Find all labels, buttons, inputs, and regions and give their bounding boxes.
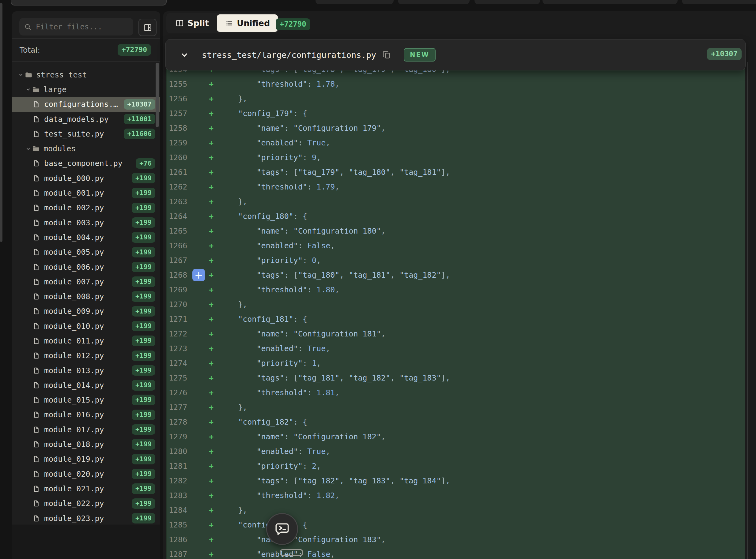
diff-row[interactable]: 1274+ "priority": 1,	[167, 356, 745, 371]
filter-files-box[interactable]	[19, 18, 133, 36]
unified-view-button[interactable]: Unified	[217, 15, 278, 32]
diff-row[interactable]: 1275+ "tags": ["tag_181", "tag_182", "ta…	[167, 371, 745, 385]
tree-item-stress_test[interactable]: stress_test	[12, 67, 160, 82]
tree-item-test_suite-py[interactable]: test_suite.py+11606	[12, 127, 160, 141]
tree-item-module_002-py[interactable]: module_002.py+199	[12, 201, 160, 215]
diff-row[interactable]: 1283+ "threshold": 1.82,	[167, 488, 745, 503]
diff-row[interactable]: 1264+ "config_180": {	[167, 209, 745, 223]
chevron-down-icon[interactable]	[18, 72, 24, 78]
chevron-down-icon[interactable]	[25, 146, 32, 152]
diff-row[interactable]: 1262+ "threshold": 1.79,	[167, 179, 745, 194]
tree-item-module_020-py[interactable]: module_020.py+199	[12, 467, 160, 481]
file-icon	[33, 455, 41, 463]
tree-scrollbar[interactable]	[156, 63, 159, 127]
file-icon	[33, 352, 41, 359]
diff-row[interactable]: 1281+ "priority": 2,	[167, 459, 745, 473]
diff-row[interactable]: 1267+ "priority": 0,	[167, 253, 745, 268]
tree-item-module_018-py[interactable]: module_018.py+199	[12, 437, 160, 451]
diff-row[interactable]: 1261+ "tags": ["tag_179", "tag_180", "ta…	[167, 165, 745, 179]
diff-row[interactable]: 1255+ "threshold": 1.78,	[167, 76, 745, 91]
tree-item-module_005-py[interactable]: module_005.py+199	[12, 245, 160, 260]
file-header-card[interactable]: stress_test/large/configurations.py NEW …	[166, 39, 746, 70]
diff-row[interactable]: 1279+ "name": "Configuration 182",	[167, 429, 745, 444]
diff-row[interactable]: 1270+ },	[167, 297, 745, 312]
diff-row[interactable]: 1269+ "threshold": 1.80,	[167, 282, 745, 297]
addition-marker: +	[209, 359, 214, 368]
diff-row[interactable]: 1263+ },	[167, 194, 745, 209]
diff-row[interactable]: 1277+ },	[167, 400, 745, 415]
tree-item-module_011-py[interactable]: module_011.py+199	[12, 333, 160, 348]
tree-item-module_008-py[interactable]: module_008.py+199	[12, 289, 160, 304]
tree-item-data_models-py[interactable]: data_models.py+11001	[12, 112, 160, 127]
tree-item-module_021-py[interactable]: module_021.py+199	[12, 481, 160, 496]
tree-item-module_013-py[interactable]: module_013.py+199	[12, 363, 160, 378]
code-text: "tags": ["tag_180", "tag_181", "tag_182"…	[220, 271, 450, 280]
diff-row[interactable]: 1286+ "name": "Configuration 183",	[167, 532, 745, 547]
tree-item-module_003-py[interactable]: module_003.py+199	[12, 215, 160, 230]
tree-item-module_007-py[interactable]: module_007.py+199	[12, 274, 160, 289]
tree-item-module_006-py[interactable]: module_006.py+199	[12, 260, 160, 274]
top-toolbar-button[interactable]	[11, 0, 167, 5]
tree-item-label: module_000.py	[44, 174, 104, 183]
view-mode-toggle: Split Unified	[166, 13, 279, 33]
tree-item-module_023-py[interactable]: module_023.py+199	[12, 511, 160, 526]
diff-row[interactable]: 1265+ "name": "Configuration 180",	[167, 223, 745, 238]
tree-item-large[interactable]: large	[12, 82, 160, 97]
split-view-button[interactable]: Split	[168, 15, 217, 32]
diff-row[interactable]: 1259+ "enabled": True,	[167, 135, 745, 150]
tree-item-module_015-py[interactable]: module_015.py+199	[12, 393, 160, 407]
tree-item-label: base_component.py	[44, 159, 123, 168]
diff-row[interactable]: 1257+ "config_179": {	[167, 106, 745, 120]
diff-row[interactable]: 1268+ "tags": ["tag_180", "tag_181", "ta…	[167, 268, 745, 282]
tree-item-module_019-py[interactable]: module_019.py+199	[12, 452, 160, 467]
diff-scrollbar[interactable]	[747, 62, 748, 559]
diff-row[interactable]: 1287+ "enabled": False,	[167, 547, 745, 559]
additions-badge: +11001	[124, 114, 155, 124]
top-toolbar-button[interactable]	[316, 0, 394, 4]
diff-row[interactable]: 1276+ "threshold": 1.81,	[167, 385, 745, 400]
diff-row[interactable]: 1282+ "tags": ["tag_182", "tag_183", "ta…	[167, 473, 745, 488]
tree-item-module_014-py[interactable]: module_014.py+199	[12, 378, 160, 393]
chevron-down-icon[interactable]	[180, 50, 189, 60]
file-icon	[33, 189, 41, 197]
tree-item-module_000-py[interactable]: module_000.py+199	[12, 171, 160, 185]
top-toolbar-button[interactable]	[398, 0, 470, 4]
diff-panel: Split Unified +72790 stress_test/large/c…	[163, 11, 756, 559]
tree-item-base_component-py[interactable]: base_component.py+76	[12, 156, 160, 171]
diff-row[interactable]: 1266+ "enabled": False,	[167, 238, 745, 253]
tree-item-label: module_018.py	[44, 440, 104, 449]
tree-item-module_009-py[interactable]: module_009.py+199	[12, 304, 160, 319]
collapse-sidebar-button[interactable]	[138, 19, 156, 36]
diff-row[interactable]: 1285+ "config_183": {	[167, 517, 745, 532]
diff-row[interactable]: 1284+ },	[167, 503, 745, 517]
chevron-down-icon[interactable]	[25, 86, 32, 92]
tree-item-module_010-py[interactable]: module_010.py+199	[12, 319, 160, 333]
top-toolbar-button[interactable]	[682, 0, 756, 4]
diff-row[interactable]: 1256+ },	[167, 91, 745, 106]
tree-item-label: module_005.py	[44, 248, 104, 256]
tree-item-module_012-py[interactable]: module_012.py+199	[12, 349, 160, 363]
tree-item-module_017-py[interactable]: module_017.py+199	[12, 422, 160, 437]
diff-row[interactable]: 1273+ "enabled": True,	[167, 341, 745, 356]
diff-row[interactable]: 1260+ "priority": 9,	[167, 150, 745, 165]
top-toolbar-button[interactable]	[475, 0, 540, 4]
file-icon	[33, 381, 41, 389]
tree-item-modules[interactable]: modules	[12, 141, 160, 156]
tree-item-configurations-[interactable]: configurations.…+10307	[12, 97, 160, 112]
tree-item-module_016-py[interactable]: module_016.py+199	[12, 407, 160, 422]
comment-terminal-fab[interactable]	[266, 513, 298, 545]
page-scrollbar[interactable]	[0, 3, 2, 242]
diff-row[interactable]: 1280+ "enabled": True,	[167, 444, 745, 459]
top-toolbar-button[interactable]	[542, 0, 677, 4]
diff-row[interactable]: 1258+ "name": "Configuration 179",	[167, 120, 745, 135]
copy-path-button[interactable]	[382, 50, 391, 60]
tree-item-module_004-py[interactable]: module_004.py+199	[12, 230, 160, 245]
tree-item-module_022-py[interactable]: module_022.py+199	[12, 496, 160, 511]
add-comment-button[interactable]: +	[192, 269, 205, 281]
filter-files-input[interactable]	[35, 22, 128, 31]
diff-row[interactable]: 1278+ "config_182": {	[167, 415, 745, 429]
fab-handle-pill[interactable]	[280, 549, 303, 556]
tree-item-module_001-py[interactable]: module_001.py+199	[12, 185, 160, 200]
diff-row[interactable]: 1271+ "config_181": {	[167, 312, 745, 326]
diff-row[interactable]: 1272+ "name": "Configuration 181",	[167, 326, 745, 341]
